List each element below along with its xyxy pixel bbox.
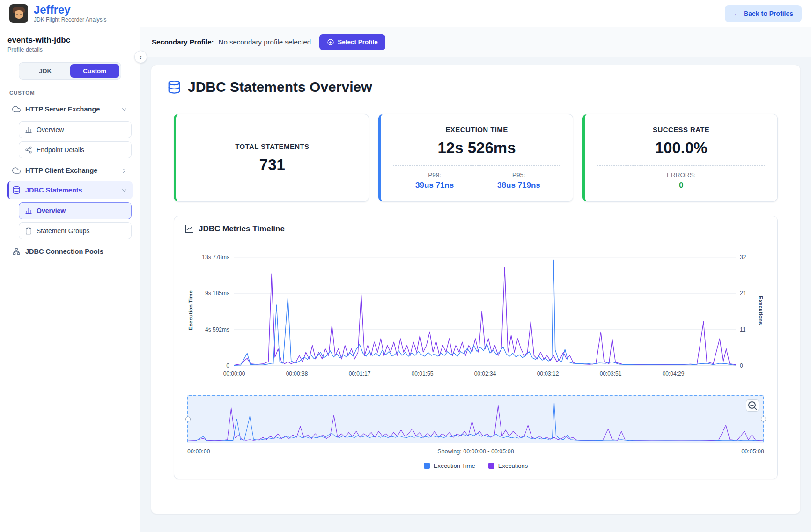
stat-title: TOTAL STATEMENTS xyxy=(235,142,309,150)
errors-label: ERRORS: xyxy=(597,171,765,178)
sidebar-collapse-button[interactable]: ‹ xyxy=(134,51,147,63)
sidebar-subitem-label: Statement Groups xyxy=(37,227,90,235)
toggle-custom-button[interactable]: Custom xyxy=(70,64,120,78)
chevron-down-icon xyxy=(121,187,128,194)
tick-label: 32 xyxy=(740,254,746,260)
secondary-profile-label: Secondary Profile: xyxy=(152,38,214,46)
main-chart-plot xyxy=(234,254,736,367)
sidebar-subitem-label: Overview xyxy=(37,126,64,133)
brand-text: Jeffrey JDK Flight Recorder Analysis xyxy=(34,4,106,23)
tick-label: 4s 592ms xyxy=(205,326,229,333)
legend-swatch-purple xyxy=(488,463,494,469)
share-icon xyxy=(25,146,32,154)
app-subtitle: JDK Flight Recorder Analysis xyxy=(34,16,106,23)
arrow-left-icon: ← xyxy=(733,10,740,17)
p99-label: P99: xyxy=(393,171,477,178)
tick-label: 00:02:34 xyxy=(474,370,496,377)
minimap-chart-svg xyxy=(188,396,763,443)
y-right-tick-labels: 32 21 11 0 xyxy=(736,254,757,367)
chevron-right-icon xyxy=(121,167,128,174)
sitemap-icon xyxy=(12,247,21,256)
tick-label: 9s 185ms xyxy=(205,290,229,296)
sidebar-subitem-endpoint-details[interactable]: Endpoint Details xyxy=(19,141,132,158)
back-to-profiles-label: Back to Profiles xyxy=(744,10,793,17)
p95-label: P95: xyxy=(477,171,561,178)
brush-handle-left[interactable] xyxy=(185,417,191,422)
page: Jeffrey JDK Flight Recorder Analysis ← B… xyxy=(0,0,811,532)
cloud-icon xyxy=(12,166,21,175)
main-chart-svg xyxy=(234,254,736,367)
sidebar-subitem-label: Endpoint Details xyxy=(37,146,84,154)
clipboard-icon xyxy=(25,227,32,235)
back-to-profiles-button[interactable]: ← Back to Profiles xyxy=(725,5,802,22)
divider: ERRORS: 0 xyxy=(597,165,765,190)
database-icon xyxy=(12,186,21,194)
tick-label: 00:01:55 xyxy=(412,370,434,377)
chart-legend: Execution Time Executions xyxy=(186,462,765,469)
tick-label: 0 xyxy=(226,362,229,369)
chart-card-title: JDBC Metrics Timeline xyxy=(199,224,285,234)
page-title-row: JDBC Statements Overview xyxy=(167,79,784,95)
sidebar-item-jdbc-statements[interactable]: JDBC Statements xyxy=(7,181,133,199)
chart-body: Execution Time 13s 778ms 9s 185ms 4s 592… xyxy=(174,242,777,479)
showing-range-label: Showing: 00:00:00 - 00:05:08 xyxy=(437,448,514,455)
legend-item-executions[interactable]: Executions xyxy=(488,462,528,469)
p95-block: P95: 38us 719ns xyxy=(477,171,561,190)
select-profile-button[interactable]: Select Profile xyxy=(319,34,385,50)
main-area: Secondary Profile: No secondary profile … xyxy=(140,27,811,532)
chart-card-header: JDBC Metrics Timeline xyxy=(174,216,777,242)
brush-range-row: 00:00:00 Showing: 00:00:00 - 00:05:08 00… xyxy=(186,448,765,455)
legend-swatch-blue xyxy=(424,463,430,469)
plus-circle-icon xyxy=(327,38,334,46)
y-left-tick-labels: 13s 778ms 9s 185ms 4s 592ms 0 xyxy=(195,254,234,367)
toggle-jdk-button[interactable]: JDK xyxy=(21,64,70,78)
tick-label: 13s 778ms xyxy=(202,254,229,260)
jdbc-metrics-timeline-card: JDBC Metrics Timeline Execution Time 13s… xyxy=(174,216,778,479)
y-left-axis-title: Execution Time xyxy=(186,254,195,367)
brush-handle-right[interactable] xyxy=(761,417,766,422)
sidebar: events-with-jdbc Profile details JDK Cus… xyxy=(0,27,140,532)
line-chart-icon xyxy=(184,224,194,234)
errors-value: 0 xyxy=(597,181,765,190)
tick-label: 21 xyxy=(740,290,746,296)
legend-label: Execution Time xyxy=(434,462,475,469)
sidebar-item-http-client-exchange[interactable]: HTTP Client Exchange xyxy=(7,162,133,179)
legend-item-execution-time[interactable]: Execution Time xyxy=(424,462,475,469)
timeline-brush[interactable] xyxy=(187,395,764,443)
stat-value: 731 xyxy=(259,156,285,174)
secondary-profile-bar: Secondary Profile: No secondary profile … xyxy=(140,27,811,57)
stat-value: 100.0% xyxy=(655,139,708,157)
divider: P99: 39us 71ns P95: 38us 719ns xyxy=(393,165,561,190)
sidebar-item-http-server-exchange[interactable]: HTTP Server Exchange xyxy=(7,100,133,118)
avatar xyxy=(9,4,28,23)
body: events-with-jdbc Profile details JDK Cus… xyxy=(0,27,811,532)
sidebar-subitem-http-overview[interactable]: Overview xyxy=(19,121,132,138)
chevron-down-icon xyxy=(121,106,128,113)
stat-title: SUCCESS RATE xyxy=(653,126,709,133)
page-title: JDBC Statements Overview xyxy=(188,79,372,95)
profile-caption: Profile details xyxy=(7,46,133,53)
stat-value: 12s 526ms xyxy=(438,139,516,157)
custom-section-label: CUSTOM xyxy=(9,90,131,96)
main-chart-grid: Execution Time 13s 778ms 9s 185ms 4s 592… xyxy=(186,254,765,367)
tick-label: 0 xyxy=(740,362,743,369)
stat-card-execution-time: EXECUTION TIME 12s 526ms P99: 39us 71ns xyxy=(378,114,574,202)
avatar-eye xyxy=(20,14,22,15)
stats-row: TOTAL STATEMENTS 731 EXECUTION TIME 12s … xyxy=(167,114,784,202)
sidebar-subitem-label: Overview xyxy=(37,207,66,214)
p95-value: 38us 719ns xyxy=(477,181,561,190)
select-profile-label: Select Profile xyxy=(338,38,378,45)
sidebar-item-jdbc-connection-pools[interactable]: JDBC Connection Pools xyxy=(7,243,133,260)
stat-card-total-statements: TOTAL STATEMENTS 731 xyxy=(174,114,369,202)
content: JDBC Statements Overview TOTAL STATEMENT… xyxy=(140,57,811,532)
tick-label: 00:00:00 xyxy=(223,370,245,377)
sidebar-item-label: HTTP Server Exchange xyxy=(25,105,100,113)
tick-label: 00:03:51 xyxy=(600,370,622,377)
avatar-face xyxy=(15,10,23,19)
sidebar-subitem-statement-groups[interactable]: Statement Groups xyxy=(19,222,132,239)
app-header: Jeffrey JDK Flight Recorder Analysis ← B… xyxy=(0,0,811,27)
cloud-icon xyxy=(12,105,21,113)
jdbc-overview-card: JDBC Statements Overview TOTAL STATEMENT… xyxy=(151,65,801,514)
sidebar-subitem-jdbc-overview[interactable]: Overview xyxy=(19,202,132,219)
zoom-out-button[interactable] xyxy=(746,399,759,412)
